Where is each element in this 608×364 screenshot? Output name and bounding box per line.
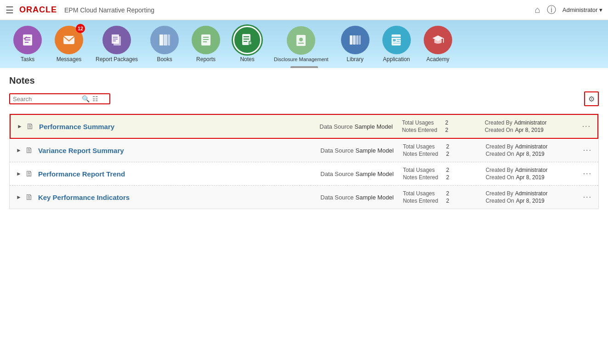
search-icon[interactable]: 🔍 — [82, 95, 90, 102]
note-created-performance-report-trend: Created By Administrator Created On Apr … — [486, 167, 568, 181]
note-row-variance-report-summary: ► 🗎 Variance Report Summary Data Source … — [10, 139, 598, 162]
datasource-value-performance-report-trend: Sample Model — [356, 171, 394, 177]
created-on-label-performance-report-trend: Created On — [486, 174, 514, 181]
note-title-variance-report-summary[interactable]: Variance Report Summary — [38, 147, 320, 154]
nav-item-application[interactable]: Application — [378, 24, 415, 64]
oracle-wordmark: ORACLE — [19, 5, 57, 15]
note-row-performance-report-trend: ► 🗎 Performance Report Trend Data Source… — [10, 162, 598, 186]
note-icon-variance-report-summary: 🗎 — [25, 146, 34, 155]
search-bar[interactable]: 🔍 ☷ — [9, 93, 110, 104]
notes-entered-value-performance-summary: 2 — [445, 127, 453, 133]
created-on-row-performance-summary: Created On Apr 8, 2019 — [485, 127, 568, 133]
datasource-value-performance-summary: Sample Model — [355, 123, 393, 130]
created-on-label-key-performance-indicators: Created On — [486, 198, 514, 204]
more-options-variance-report-summary[interactable]: ··· — [583, 146, 592, 154]
svg-rect-10 — [159, 34, 163, 46]
nav-item-academy[interactable]: Academy — [420, 24, 456, 64]
note-stats-performance-report-trend: Total Usages 2 Notes Entered 2 — [403, 167, 477, 181]
nav-item-disclosure[interactable]: Disclosure Management — [270, 24, 332, 64]
created-on-row-performance-report-trend: Created On Apr 8, 2019 — [486, 174, 568, 181]
note-title-performance-summary[interactable]: Performance Summary — [39, 123, 319, 131]
notes-entered-label-variance-report-summary: Notes Entered — [403, 151, 444, 157]
nav-messages-label: Messages — [57, 56, 82, 63]
app-title: EPM Cloud Narrative Reporting — [64, 6, 535, 14]
page-title: Notes — [9, 75, 599, 86]
created-by-row-key-performance-indicators: Created By Administrator — [486, 190, 568, 197]
total-usages-row-performance-summary: Total Usages 2 — [402, 119, 476, 126]
notes-entered-row-key-performance-indicators: Notes Entered 2 — [403, 198, 477, 204]
created-on-value-performance-summary: Apr 8, 2019 — [515, 127, 544, 133]
note-datasource-performance-report-trend: Data Source Sample Model — [320, 171, 393, 177]
nav-application-label: Application — [383, 56, 410, 63]
created-on-label-performance-summary: Created On — [485, 127, 513, 133]
search-bar-wrapper: 🔍 ☷ ⚙ — [9, 91, 599, 106]
created-by-label-variance-report-summary: Created By — [486, 143, 513, 150]
nav-item-library[interactable]: Library — [337, 24, 374, 64]
total-usages-row-variance-report-summary: Total Usages 2 — [403, 143, 477, 150]
more-options-performance-report-trend[interactable]: ··· — [583, 170, 592, 178]
nav-notes-label: Notes — [240, 56, 254, 63]
nav-item-messages[interactable]: 12 Messages — [51, 24, 87, 64]
more-options-performance-summary[interactable]: ··· — [582, 122, 591, 131]
oracle-logo: ORACLE — [19, 5, 57, 15]
svg-rect-30 — [359, 35, 361, 45]
note-row-key-performance-indicators: ► 🗎 Key Performance Indicators Data Sour… — [10, 186, 598, 209]
chevron-key-performance-indicators[interactable]: ► — [16, 194, 22, 200]
nav-academy-label: Academy — [426, 56, 449, 63]
note-created-performance-summary: Created By Administrator Created On Apr … — [485, 119, 568, 133]
created-by-row-performance-summary: Created By Administrator — [485, 119, 568, 126]
notes-entered-row-performance-report-trend: Notes Entered 2 — [403, 174, 477, 181]
notes-entered-label-performance-report-trend: Notes Entered — [403, 174, 444, 181]
search-input[interactable] — [13, 96, 82, 102]
total-usages-label-key-performance-indicators: Total Usages — [403, 190, 444, 197]
note-created-variance-report-summary: Created By Administrator Created On Apr … — [486, 143, 568, 157]
notes-entered-label-performance-summary: Notes Entered — [402, 127, 443, 133]
svg-rect-36 — [393, 43, 401, 44]
nav-item-tasks[interactable]: Tasks — [9, 24, 46, 64]
chevron-variance-report-summary[interactable]: ► — [16, 147, 22, 154]
note-datasource-key-performance-indicators: Data Source Sample Model — [320, 194, 393, 201]
datasource-value-variance-report-summary: Sample Model — [356, 147, 394, 154]
svg-rect-11 — [164, 34, 167, 46]
messages-badge: 12 — [76, 24, 85, 33]
nav-bar: Tasks 12 Messages Report Packages Books … — [0, 20, 608, 68]
note-datasource-performance-summary: Data Source Sample Model — [319, 123, 392, 130]
note-stats-key-performance-indicators: Total Usages 2 Notes Entered 2 — [403, 190, 477, 204]
total-usages-value-key-performance-indicators: 2 — [446, 190, 454, 197]
svg-rect-21 — [249, 41, 252, 46]
created-on-value-key-performance-indicators: Apr 8, 2019 — [516, 198, 545, 204]
note-icon-performance-summary: 🗎 — [26, 122, 34, 131]
filter-icon[interactable]: ☷ — [92, 95, 98, 102]
topbar: ☰ ORACLE EPM Cloud Narrative Reporting ⌂… — [0, 0, 608, 20]
hamburger-menu[interactable]: ☰ — [6, 5, 14, 16]
note-meta-performance-summary: Data Source Sample Model Total Usages 2 … — [319, 119, 591, 133]
svg-rect-29 — [356, 35, 358, 45]
svg-rect-33 — [393, 39, 396, 41]
nav-reports-label: Reports — [196, 56, 216, 63]
nav-item-report-packages[interactable]: Report Packages — [92, 24, 142, 64]
note-created-key-performance-indicators: Created By Administrator Created On Apr … — [486, 190, 568, 204]
settings-button[interactable]: ⚙ — [584, 91, 599, 106]
note-title-performance-report-trend[interactable]: Performance Report Trend — [38, 170, 320, 178]
created-by-value-performance-report-trend: Administrator — [515, 167, 548, 173]
nav-item-reports[interactable]: Reports — [188, 24, 224, 64]
svg-rect-34 — [397, 39, 401, 40]
notes-entered-value-performance-report-trend: 2 — [446, 174, 454, 181]
home-icon[interactable]: ⌂ — [535, 5, 540, 15]
note-title-key-performance-indicators[interactable]: Key Performance Indicators — [38, 193, 320, 201]
total-usages-value-performance-summary: 2 — [445, 119, 453, 126]
help-icon[interactable]: ⓘ — [547, 4, 556, 16]
admin-menu[interactable]: Administrator ▾ — [563, 6, 602, 13]
nav-tasks-label: Tasks — [21, 56, 35, 63]
main-content: Notes 🔍 ☷ ⚙ ► 🗎 Performance Summary Data… — [0, 68, 608, 216]
created-by-label-performance-report-trend: Created By — [486, 167, 513, 173]
chevron-performance-report-trend[interactable]: ► — [16, 171, 22, 177]
note-meta-key-performance-indicators: Data Source Sample Model Total Usages 2 … — [320, 190, 592, 204]
chevron-performance-summary[interactable]: ► — [17, 123, 23, 130]
more-options-key-performance-indicators[interactable]: ··· — [583, 193, 592, 201]
note-icon-key-performance-indicators: 🗎 — [25, 193, 34, 202]
nav-item-notes[interactable]: Notes — [229, 24, 266, 64]
nav-item-books[interactable]: Books — [146, 24, 183, 64]
svg-point-25 — [299, 38, 303, 41]
nav-library-label: Library — [347, 56, 364, 63]
